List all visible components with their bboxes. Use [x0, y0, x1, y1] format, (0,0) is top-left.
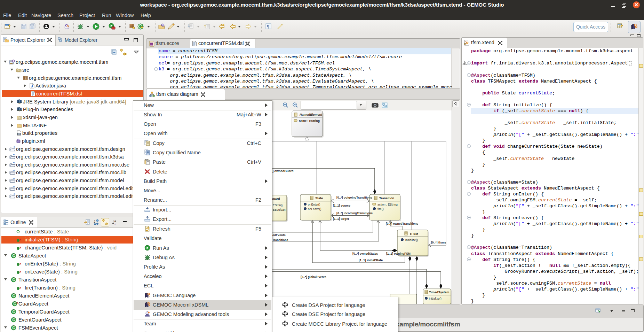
svg-text:action : EString: action : EString	[377, 203, 398, 206]
svg-text:Transition: Transition	[379, 196, 394, 200]
svg-text:z: z	[114, 223, 116, 225]
svg-text:[1..1] source: [1..1] source	[333, 204, 350, 207]
svg-text:: EBoolean: : EBoolean	[271, 208, 286, 211]
svg-text:[0..*] outgoingTransitions: [0..*] outgoingTransitions	[336, 196, 372, 199]
svg-text:NamedElement: NamedElement	[300, 113, 323, 116]
svg-text:S: S	[19, 286, 22, 289]
svg-text:[1..1] target: [1..1] target	[333, 217, 349, 221]
svg-text:State: State	[315, 196, 323, 200]
svg-text:S: S	[19, 262, 22, 265]
svg-text:a: a	[114, 219, 116, 223]
svg-text:initialize(): initialize()	[429, 297, 442, 300]
svg-text:TimedSystem: TimedSystem	[429, 291, 449, 294]
svg-text:] ownedGuard: ] ownedGuard	[272, 169, 294, 173]
svg-text:EString: EString	[273, 203, 283, 207]
svg-text:name : EString: name : EString	[299, 119, 320, 123]
svg-text:[0..*] ownedStates: [0..*] ownedStates	[352, 252, 378, 255]
svg-text:S: S	[19, 246, 22, 249]
svg-text:!: !	[464, 43, 465, 45]
svg-text:J: J	[94, 220, 95, 223]
svg-text:[0..*] tfsms: [0..*] tfsms	[431, 241, 446, 244]
svg-text:¶: ¶	[267, 24, 269, 29]
svg-text:Transitions: Transitions	[272, 238, 288, 242]
svg-text:onEnter(): onEnter()	[308, 203, 320, 206]
svg-text:[0..*] ownedTransitions: [0..*] ownedTransitions	[386, 222, 418, 225]
svg-text:[1..1] initialState: [1..1] initialState	[359, 258, 383, 262]
svg-text:fire(): fire()	[377, 207, 384, 211]
svg-text:S: S	[19, 270, 22, 273]
svg-text:onLeave(): onLeave()	[308, 207, 321, 211]
svg-text:[0..*] incomingTransitions: [0..*] incomingTransitions	[336, 211, 373, 215]
svg-text:[0..*] globalEvents: [0..*] globalEvents	[301, 275, 326, 279]
svg-text:TFSM: TFSM	[410, 232, 418, 236]
svg-text:edEvents: edEvents	[272, 233, 286, 237]
svg-text:S: S	[19, 238, 22, 241]
svg-text:[1..1] owningFSM: [1..1] owningFSM	[386, 252, 411, 255]
svg-text:initialize(): initialize()	[405, 238, 418, 242]
